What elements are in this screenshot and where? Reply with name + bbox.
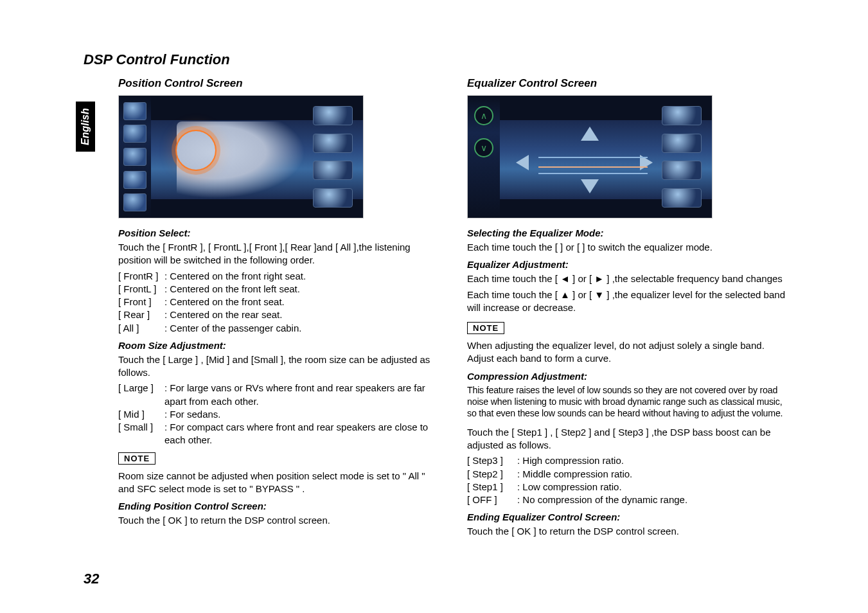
knob-icon	[662, 134, 702, 153]
option-label: [ Step2 ]	[467, 468, 517, 481]
eq-adjust-heading: Equalizer Adjustment:	[467, 259, 790, 270]
room-size-row: [ Mid ]: For sedans.	[118, 408, 441, 421]
position-control-screenshot	[118, 95, 364, 218]
room-size-row: [ Large ]: For large vans or RVs where f…	[118, 382, 441, 408]
position-select-intro: Touch the [ FrontR ], [ FrontL ],[ Front…	[118, 241, 441, 267]
option-text: : For large vans or RVs where front and …	[164, 382, 441, 408]
triangle-down-icon	[581, 179, 599, 193]
text-fragment: Each time touch the [	[467, 289, 560, 300]
option-text: : Low compression ratio.	[517, 481, 790, 493]
option-label: [ Large ]	[118, 382, 164, 408]
knob-icon	[313, 134, 353, 153]
ending-position-heading: Ending Position Control Screen:	[118, 501, 441, 511]
option-text: : Center of the passenger cabin.	[164, 322, 441, 335]
ending-equalizer-text: Touch the [ OK ] to return the DSP contr…	[467, 525, 790, 538]
eq-adjust-line2: Each time touch the [ ▲ ] or [ ▼ ] ,the …	[467, 289, 790, 315]
compression-desc: This feature raises the level of low sou…	[467, 384, 790, 420]
option-label: [ Small ]	[118, 421, 164, 447]
option-text: : Middle compression ratio.	[517, 468, 790, 481]
triangle-up-icon	[581, 127, 599, 141]
triangle-right-icon	[640, 155, 653, 170]
side-button-icon	[123, 102, 146, 120]
option-label: [ Mid ]	[118, 408, 164, 421]
eq-curve-graphic	[538, 173, 648, 174]
option-text: : Centered on the rear seat.	[164, 308, 441, 321]
position-select-heading: Position Select:	[118, 227, 441, 238]
note-badge: NOTE	[467, 322, 504, 334]
left-column: Position Control Screen P	[84, 73, 441, 541]
page-content: DSP Control Function Position Control Sc…	[84, 51, 790, 541]
note-text: When adjusting the equalizer level, do n…	[467, 339, 790, 366]
position-control-subtitle: Position Control Screen	[118, 77, 441, 90]
right-controls	[662, 102, 707, 211]
triangle-left-icon	[516, 155, 529, 170]
ending-position-text: Touch the [ OK ] to return the DSP contr…	[118, 514, 441, 527]
text-fragment: ] or [	[570, 289, 594, 300]
position-option-row: [ FrontR ]: Centered on the front right …	[118, 270, 441, 283]
option-text: : No compression of the dynamic range.	[517, 493, 790, 506]
select-eq-mode-text: Each time touch the [ ] or [ ] to switch…	[467, 241, 790, 254]
screenshot-sidebar	[119, 96, 151, 218]
compression-row: [ Step3 ]: High compression ratio.	[467, 454, 790, 467]
compression-heading: Compression Adjustment:	[467, 371, 790, 382]
knob-icon	[662, 188, 702, 208]
text-fragment: ] ,the selectable frequency band changes	[604, 273, 783, 284]
position-option-row: [ All ]: Center of the passenger cabin.	[118, 322, 441, 335]
listening-position-ring-icon	[177, 131, 215, 170]
side-button-icon	[123, 171, 146, 189]
room-size-row: [ Small ]: For compact cars where front …	[118, 421, 441, 447]
option-label: [ FrontR ]	[118, 270, 164, 283]
eq-adjust-line1: Each time touch the [ ◄ ] or [ ► ] ,the …	[467, 272, 790, 285]
note-badge: NOTE	[118, 452, 155, 465]
knob-icon	[313, 188, 353, 208]
option-label: [ Step1 ]	[467, 481, 517, 493]
option-text: : Centered on the front right seat.	[164, 270, 441, 283]
option-text: : Centered on the front left seat.	[164, 283, 441, 296]
room-size-heading: Room Size Adjustment:	[118, 340, 441, 351]
section-title: DSP Control Function	[84, 51, 790, 68]
option-label: [ OFF ]	[467, 493, 517, 506]
screenshot-sidebar: ∧ ∨	[468, 96, 500, 218]
equalizer-control-screenshot: ∧ ∨	[467, 95, 713, 218]
page-number: 32	[84, 571, 99, 587]
side-button-icon	[123, 125, 146, 143]
scroll-down-icon: ∨	[474, 138, 493, 157]
knob-icon	[662, 106, 702, 125]
text-fragment: Each time touch the [	[467, 273, 560, 284]
option-label: [ Front ]	[118, 296, 164, 308]
position-option-row: [ Front ]: Centered on the front seat.	[118, 296, 441, 308]
select-eq-mode-heading: Selecting the Equalizer Mode:	[467, 227, 790, 238]
option-text: : For sedans.	[164, 408, 441, 421]
option-label: [ FrontL ]	[118, 283, 164, 296]
text-fragment: ] or [	[570, 273, 594, 284]
note-text: Room size cannot be adjusted when positi…	[118, 470, 441, 496]
option-text: : For compact cars where front and rear …	[164, 421, 441, 447]
compression-row: [ Step2 ]: Middle compression ratio.	[467, 468, 790, 481]
option-text: : Centered on the front seat.	[164, 296, 441, 308]
position-option-row: [ FrontL ]: Centered on the front left s…	[118, 283, 441, 296]
compression-row: [ OFF ]: No compression of the dynamic r…	[467, 493, 790, 506]
option-label: [ All ]	[118, 322, 164, 335]
arrow-left-icon: ◄	[560, 273, 570, 284]
knob-icon	[662, 161, 702, 180]
side-button-icon	[123, 148, 146, 166]
right-column: Equalizer Control Screen ∧ ∨ Sele	[467, 73, 790, 541]
scroll-up-icon: ∧	[474, 106, 493, 125]
two-column-layout: Position Control Screen P	[84, 73, 790, 541]
right-controls	[313, 102, 358, 211]
arrow-up-icon: ▲	[560, 289, 570, 300]
arrow-right-icon: ►	[594, 273, 604, 284]
option-label: [ Step3 ]	[467, 454, 517, 467]
knob-icon	[313, 106, 353, 125]
equalizer-control-subtitle: Equalizer Control Screen	[467, 77, 790, 90]
side-button-icon	[123, 193, 146, 211]
ending-equalizer-heading: Ending Equalizer Control Screen:	[467, 511, 790, 522]
position-option-row: [ Rear ]: Centered on the rear seat.	[118, 308, 441, 321]
knob-icon	[313, 161, 353, 180]
arrow-down-icon: ▼	[594, 289, 604, 300]
option-text: : High compression ratio.	[517, 454, 790, 467]
option-label: [ Rear ]	[118, 308, 164, 321]
compression-intro: Touch the [ Step1 ] , [ Step2 ] and [ St…	[467, 426, 790, 452]
compression-row: [ Step1 ]: Low compression ratio.	[467, 481, 790, 493]
room-size-intro: Touch the [ Large ] , [Mid ] and [Small …	[118, 353, 441, 380]
